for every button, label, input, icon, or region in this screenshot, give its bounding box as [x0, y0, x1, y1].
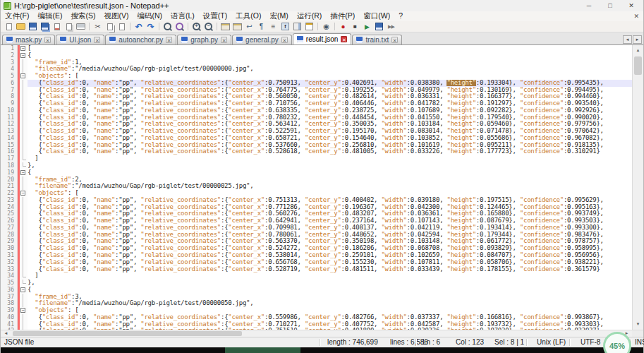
word-wrap-icon[interactable]: ↩: [244, 22, 255, 32]
undo-icon[interactable]: ↶: [133, 22, 145, 32]
cut-icon[interactable]: ✂: [92, 22, 104, 32]
sync-horizontal-scroll-icon[interactable]: [232, 22, 243, 32]
find-icon[interactable]: [162, 22, 174, 32]
line-number[interactable]: 3: [1, 59, 18, 66]
new-file-icon[interactable]: [4, 22, 15, 32]
code-line[interactable]: 40 {"class_id":0, "name":"pp", "relative…: [1, 314, 632, 321]
fold-collapse-icon[interactable]: −: [20, 52, 28, 59]
line-number[interactable]: 18: [1, 162, 18, 169]
menu-item-6[interactable]: 设置(T): [199, 11, 231, 21]
minimize-icon[interactable]: ─: [578, 1, 600, 11]
vertical-scrollbar[interactable]: ▲ ▼: [632, 45, 643, 330]
code-line[interactable]: 8 {"class_id":0, "name":"pp", "relative_…: [1, 93, 632, 100]
menu-item-3[interactable]: 视图(V): [99, 11, 133, 21]
tab-UI-json[interactable]: UI.json✕: [56, 35, 104, 44]
line-number[interactable]: 12: [1, 121, 18, 128]
code-line[interactable]: 23 {"class_id":0, "name":"pp", "relative…: [1, 197, 632, 204]
run-macro-multiple-times-icon[interactable]: ▶▶: [386, 22, 397, 32]
tab-scroll-right-icon[interactable]: ►: [633, 35, 642, 44]
code-line[interactable]: 19−{: [1, 169, 632, 176]
menu-item-12[interactable]: ?: [394, 11, 407, 21]
fold-collapse-icon[interactable]: −: [20, 287, 28, 294]
code-line[interactable]: 14 {"class_id":0, "name":"pp", "relative…: [1, 135, 632, 142]
replace-icon[interactable]: [174, 22, 186, 32]
line-number[interactable]: 4: [1, 66, 18, 73]
line-number[interactable]: 9: [1, 100, 18, 107]
line-number[interactable]: 2: [1, 52, 18, 59]
horizontal-scrollbar[interactable]: ◄ ►: [1, 330, 643, 337]
document-close-icon[interactable]: ✕: [629, 13, 643, 20]
line-number[interactable]: 31: [1, 252, 18, 259]
line-number[interactable]: 8: [1, 93, 18, 100]
line-number[interactable]: 1: [1, 45, 18, 52]
save-all-icon[interactable]: [40, 22, 51, 32]
menu-item-1[interactable]: 编辑(E): [33, 11, 66, 21]
line-number[interactable]: 38: [1, 300, 18, 307]
code-line[interactable]: 35},: [1, 280, 632, 287]
document-list-icon[interactable]: [304, 22, 315, 32]
code-line[interactable]: 9 {"class_id":0, "name":"pp", "relative_…: [1, 100, 632, 107]
code-line[interactable]: 25 {"class_id":0, "name":"pp", "relative…: [1, 210, 632, 217]
line-number[interactable]: 13: [1, 128, 18, 135]
resize-grip[interactable]: [632, 330, 643, 337]
tab-autoanchor-py[interactable]: autoanchor.py✕: [105, 35, 176, 44]
tab-close-icon[interactable]: ✕: [221, 37, 227, 43]
scroll-down-icon[interactable]: ▼: [633, 319, 643, 330]
line-number[interactable]: 14: [1, 135, 18, 142]
menu-item-10[interactable]: 插件(P): [326, 11, 359, 21]
stop-macro-icon[interactable]: ■: [350, 22, 361, 32]
code-line[interactable]: 2−{: [1, 52, 632, 59]
code-line[interactable]: 10 {"class_id":0, "name":"pp", "relative…: [1, 107, 632, 114]
code-line[interactable]: 34 ]: [1, 273, 632, 280]
tab-result-json[interactable]: result.json✕: [293, 33, 352, 44]
line-number[interactable]: 36: [1, 287, 18, 294]
tab-general-py[interactable]: general.py✕: [232, 35, 292, 44]
line-number[interactable]: 24: [1, 204, 18, 211]
function-list-icon[interactable]: f: [280, 22, 291, 32]
menu-item-4[interactable]: 编码(N): [133, 11, 166, 21]
tab-close-icon[interactable]: ✕: [281, 37, 288, 43]
line-number[interactable]: 20: [1, 176, 18, 184]
sync-vertical-scroll-icon[interactable]: [220, 22, 231, 32]
scroll-left-icon[interactable]: ◄: [1, 330, 11, 337]
menu-item-7[interactable]: 工具(O): [231, 11, 265, 21]
tab-mask-py[interactable]: mask.py✕: [2, 35, 55, 44]
code-line[interactable]: 32 {"class_id":0, "name":"pp", "relative…: [1, 259, 632, 266]
status-eol-format[interactable]: Unix (LF): [537, 338, 566, 346]
zoom-in-icon[interactable]: +: [191, 22, 202, 32]
status-encoding[interactable]: UTF-8: [581, 338, 600, 346]
tab-scroll-left-icon[interactable]: ◄: [623, 35, 632, 44]
code-line[interactable]: 16 {"class_id":0, "name":"pp", "relative…: [1, 148, 632, 155]
record-macro-icon[interactable]: ●: [338, 22, 349, 32]
line-number[interactable]: 27: [1, 225, 18, 232]
code-view[interactable]: 1−[2−{3 "frame_id":1,4 "filename":"/medi…: [1, 45, 643, 330]
maximize-icon[interactable]: □: [600, 1, 621, 11]
code-line[interactable]: 15 {"class_id":0, "name":"pp", "relative…: [1, 142, 632, 149]
line-number[interactable]: 22: [1, 190, 18, 197]
open-file-icon[interactable]: [16, 22, 27, 32]
line-number[interactable]: 25: [1, 210, 18, 217]
code-line[interactable]: 20 "frame_id":2,: [1, 176, 632, 184]
line-number[interactable]: 5: [1, 73, 18, 80]
line-number[interactable]: 29: [1, 238, 18, 245]
menu-item-0[interactable]: 文件(F): [1, 11, 33, 21]
line-number[interactable]: 7: [1, 87, 18, 94]
line-number[interactable]: 41: [1, 321, 18, 328]
code-line[interactable]: 5− "objects": [: [1, 73, 632, 80]
code-line[interactable]: 11 {"class_id":0, "name":"pp", "relative…: [1, 114, 632, 121]
code-line[interactable]: 7 {"class_id":0, "name":"pp", "relative_…: [1, 87, 632, 94]
code-line[interactable]: 39− "objects": [: [1, 307, 632, 314]
horizontal-scroll-thumb[interactable]: [13, 331, 242, 336]
line-number[interactable]: 11: [1, 114, 18, 121]
line-number[interactable]: 6: [1, 80, 18, 87]
code-line[interactable]: 29 {"class_id":0, "name":"pp", "relative…: [1, 238, 632, 245]
code-line[interactable]: 18},: [1, 162, 632, 169]
tab-close-icon[interactable]: ✕: [94, 37, 100, 43]
code-line[interactable]: 30 {"class_id":0, "name":"pp", "relative…: [1, 245, 632, 252]
line-number[interactable]: 35: [1, 280, 18, 287]
line-number[interactable]: 37: [1, 294, 18, 301]
fold-collapse-icon[interactable]: −: [20, 73, 28, 80]
line-number[interactable]: 39: [1, 307, 18, 314]
line-number[interactable]: 30: [1, 245, 18, 252]
fold-collapse-icon[interactable]: −: [20, 307, 28, 314]
